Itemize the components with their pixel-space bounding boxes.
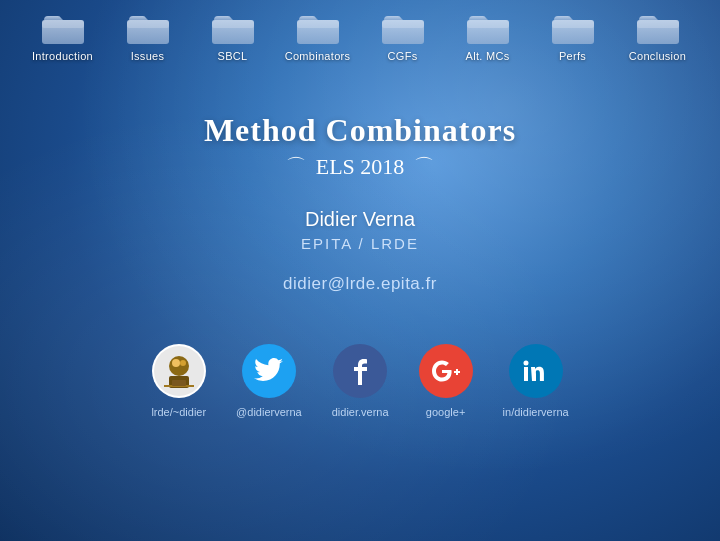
author-name: Didier Verna [305,208,415,231]
author-email: didier@lrde.epita.fr [283,274,437,294]
social-google[interactable]: google+ [419,344,473,418]
folder-icon-introduction [40,8,86,46]
svg-point-17 [169,356,189,376]
folder-icon-issues [125,8,171,46]
lrde-label: lrde/~didier [151,406,206,418]
svg-point-20 [180,360,186,366]
social-links: lrde/~didier @didierverna didier.verna [151,344,568,418]
svg-rect-11 [467,20,509,28]
twitter-circle [242,344,296,398]
top-navigation: Introduction [0,0,720,62]
facebook-label: didier.verna [332,406,389,418]
svg-rect-1 [42,20,84,28]
folder-icon-combinators [295,8,341,46]
nav-item-cgfs[interactable]: CGFs [363,8,443,62]
svg-point-19 [172,359,180,367]
subtitle-text: ELS 2018 [316,154,405,180]
nav-item-sbcl[interactable]: SBCL [193,8,273,62]
nav-item-conclusion[interactable]: Conclusion [618,8,698,62]
twitter-label: @didierverna [236,406,302,418]
nav-item-issues[interactable]: Issues [108,8,188,62]
google-circle [419,344,473,398]
social-linkedin[interactable]: in/didierverna [503,344,569,418]
social-lrde[interactable]: lrde/~didier [151,344,206,418]
svg-rect-15 [637,20,679,28]
folder-icon-sbcl [210,8,256,46]
facebook-icon [353,357,367,385]
nav-item-combinators[interactable]: Combinators [278,8,358,62]
nav-item-introduction[interactable]: Introduction [23,8,103,62]
presentation-subtitle: ⌒ ELS 2018 ⌒ [286,153,435,180]
nav-label-cgfs: CGFs [388,50,418,62]
linkedin-label: in/didierverna [503,406,569,418]
nav-label-combinators: Combinators [285,50,351,62]
nav-item-alt-mcs[interactable]: Alt. MCs [448,8,528,62]
nav-label-sbcl: SBCL [218,50,248,62]
nav-item-perfs[interactable]: Perfs [533,8,613,62]
folder-icon-alt-mcs [465,8,511,46]
linkedin-circle [509,344,563,398]
social-facebook[interactable]: didier.verna [332,344,389,418]
facebook-circle [333,344,387,398]
svg-rect-3 [127,20,169,28]
svg-rect-9 [382,20,424,28]
presentation-title: Method Combinators [204,112,516,149]
svg-rect-22 [172,380,186,386]
svg-rect-7 [297,20,339,28]
nav-label-alt-mcs: Alt. MCs [466,50,510,62]
lrde-avatar [152,344,206,398]
main-content: Method Combinators ⌒ ELS 2018 ⌒ Didier V… [0,62,720,418]
folder-icon-perfs [550,8,596,46]
nav-label-introduction: Introduction [32,50,93,62]
svg-rect-13 [552,20,594,28]
author-affiliation: EPITA / LRDE [301,235,419,252]
nav-label-conclusion: Conclusion [629,50,686,62]
lrde-logo-icon [154,346,204,396]
social-twitter[interactable]: @didierverna [236,344,302,418]
twitter-icon [254,358,284,384]
linkedin-icon [522,357,550,385]
folder-icon-conclusion [635,8,681,46]
googleplus-icon [430,355,462,387]
svg-rect-5 [212,20,254,28]
google-label: google+ [426,406,465,418]
deco-right: ⌒ [414,153,434,180]
deco-left: ⌒ [286,153,306,180]
folder-icon-cgfs [380,8,426,46]
nav-label-perfs: Perfs [559,50,586,62]
nav-label-issues: Issues [131,50,165,62]
